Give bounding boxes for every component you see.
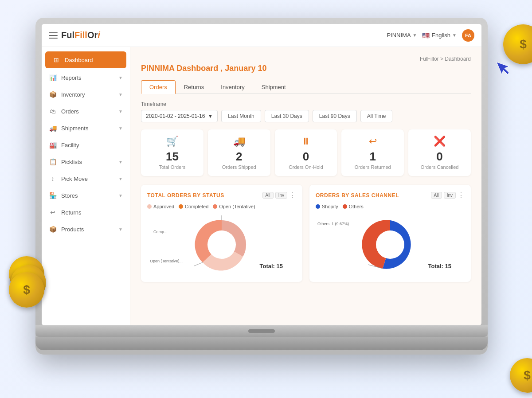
sidebar-item-products[interactable]: 📦 Products ▼ <box>42 221 130 238</box>
legend-approved: Approved <box>147 204 174 209</box>
legend-label-others: Others <box>349 204 364 209</box>
legend-label-approved: Approved <box>153 204 174 209</box>
content-area: FulFillor > Dashboard PINNIMA Dashboard … <box>130 47 481 325</box>
sidebar-item-facility[interactable]: 🏭 Facility <box>42 137 130 153</box>
all-filter-btn-sales[interactable]: All <box>431 192 442 199</box>
sidebar-item-shipments[interactable]: 🚚 Shipments ▼ <box>42 120 130 137</box>
stores-icon: 🏪 <box>49 191 57 199</box>
orders-shipped-icon: 🚚 <box>213 136 265 147</box>
legend-completed: Completed <box>179 204 208 209</box>
orders-onhold-label: Orders On-Hold <box>280 164 332 170</box>
all-time-button[interactable]: All Time <box>360 110 393 122</box>
total-orders-number: 15 <box>146 150 198 164</box>
avatar[interactable]: FA <box>462 29 474 42</box>
tab-returns[interactable]: Returns <box>176 80 213 94</box>
tab-bar: Orders Returns Inventory Shipment <box>141 80 471 94</box>
main-area: ⊞ Dashboard 📊 Reports ▼ 📦 Inventory ▼ 🛍 … <box>42 47 481 325</box>
stat-total-orders: 🛒 15 Total Orders <box>141 129 203 176</box>
chart-menu-sales-icon[interactable]: ⋮ <box>458 191 465 199</box>
annotation-open: Open (Tentative)... <box>150 259 183 263</box>
sidebar-item-pick-move[interactable]: ↕ Pick Move ▼ <box>42 170 130 187</box>
legend-dot-completed <box>179 204 183 209</box>
reports-icon: 📊 <box>49 74 57 82</box>
timeframe-label: Timeframe <box>141 101 471 107</box>
stat-orders-cancelled: ❌ 0 Orders Cancelled <box>408 129 471 176</box>
inv-filter-btn[interactable]: Inv <box>275 192 287 199</box>
sidebar: ⊞ Dashboard 📊 Reports ▼ 📦 Inventory ▼ 🛍 … <box>42 47 130 325</box>
breadcrumb-sep: > <box>440 56 445 62</box>
annotation-others: Others: 1 (9.67%) <box>317 222 349 226</box>
orders-cancelled-label: Orders Cancelled <box>414 164 466 170</box>
legend-label-open: Open (Tentative) <box>219 204 255 209</box>
sidebar-item-returns[interactable]: ↩ Returns <box>42 204 130 221</box>
products-icon: 📦 <box>49 225 57 233</box>
shipments-chevron-icon: ▼ <box>118 126 123 131</box>
legend-dot-others <box>343 204 347 209</box>
tab-inventory[interactable]: Inventory <box>212 80 253 94</box>
legend-label-completed: Completed <box>185 204 208 209</box>
inventory-chevron-icon: ▼ <box>118 92 123 97</box>
app-logo: FulFillOri <box>61 30 100 40</box>
legend-dot-open <box>213 204 217 209</box>
legend-open-tentative: Open (Tentative) <box>213 204 255 209</box>
breadcrumb: FulFillor > Dashboard <box>141 56 471 62</box>
stat-orders-onhold: ⏸ 0 Orders On-Hold <box>275 129 337 176</box>
donut-status-svg <box>186 214 257 276</box>
orders-returned-number: 1 <box>347 150 399 164</box>
tab-shipment[interactable]: Shipment <box>253 80 294 94</box>
sidebar-item-label: Dashboard <box>65 57 93 63</box>
last-month-button[interactable]: Last Month <box>221 110 261 122</box>
laptop-screen: FulFillOri PINNIMA ▼ 🇺🇸 English ▼ FA <box>42 24 481 325</box>
sidebar-item-label: Reports <box>61 74 82 81</box>
logo-fill: Fill <box>74 30 87 40</box>
facility-icon: 🏭 <box>49 141 57 149</box>
orders-returned-label: Orders Returned <box>347 164 399 170</box>
chart-menu-icon[interactable]: ⋮ <box>289 191 296 199</box>
shipments-icon: 🚚 <box>49 124 57 132</box>
inv-filter-btn-sales[interactable]: Inv <box>444 192 456 199</box>
language-dropdown[interactable]: 🇺🇸 English ▼ <box>422 32 457 39</box>
last-90-days-button[interactable]: Last 90 Days <box>313 110 357 122</box>
sidebar-item-stores[interactable]: 🏪 Stores ▼ <box>42 187 130 204</box>
legend-dot-shopify <box>316 204 320 209</box>
chart-legend-status: Approved Completed Open (Tentative) <box>147 204 296 209</box>
stat-orders-shipped: 🚚 2 Orders Shipped <box>208 129 270 176</box>
breadcrumb-current: Dashboard <box>445 56 471 62</box>
sidebar-item-label: Orders <box>61 108 79 115</box>
sidebar-item-label: Stores <box>61 192 78 199</box>
sidebar-item-dashboard[interactable]: ⊞ Dashboard <box>45 51 126 68</box>
menu-toggle-button[interactable] <box>49 32 58 39</box>
orders-shipped-number: 2 <box>213 150 265 164</box>
orders-cancelled-icon: ❌ <box>414 136 466 147</box>
pick-move-chevron-icon: ▼ <box>118 176 123 181</box>
sidebar-item-picklists[interactable]: 📋 Picklists ▼ <box>42 153 130 170</box>
legend-others: Others <box>343 204 364 209</box>
svg-point-3 <box>376 230 404 259</box>
svg-marker-5 <box>497 62 509 74</box>
orders-returned-icon: ↩ <box>347 136 399 147</box>
svg-line-1 <box>194 262 203 266</box>
timeframe-section: Timeframe 2020-01-02 - 2025-01-16 ▼ Last… <box>141 101 471 122</box>
sidebar-item-inventory[interactable]: 📦 Inventory ▼ <box>42 86 130 103</box>
sidebar-item-reports[interactable]: 📊 Reports ▼ <box>42 69 130 86</box>
stores-chevron-icon: ▼ <box>118 193 123 198</box>
chart-orders-by-sales: ORDERS BY SALES CHANNEL All Inv ⋮ Shopif… <box>309 185 471 282</box>
donut-sales-container: Total: 15 Others: 1 (9.67%) <box>316 214 465 276</box>
logo-i: i <box>98 30 100 40</box>
last-30-days-button[interactable]: Last 30 Days <box>265 110 309 122</box>
all-filter-btn[interactable]: All <box>262 192 274 199</box>
donut-sales-svg <box>355 214 426 276</box>
username-label: PINNIMA <box>387 32 411 39</box>
breadcrumb-home[interactable]: FulFillor <box>420 56 439 62</box>
user-dropdown[interactable]: PINNIMA ▼ <box>387 32 417 39</box>
timeframe-controls: 2020-01-02 - 2025-01-16 ▼ Last Month Las… <box>141 110 471 122</box>
stat-orders-returned: ↩ 1 Orders Returned <box>341 129 404 176</box>
date-range-select[interactable]: 2020-01-02 - 2025-01-16 ▼ <box>141 110 218 122</box>
tab-orders[interactable]: Orders <box>141 80 176 94</box>
logo-ful: Ful <box>61 30 74 40</box>
pick-move-icon: ↕ <box>49 175 57 183</box>
dashboard-icon: ⊞ <box>52 56 60 64</box>
donut-status-total: Total: 15 <box>260 263 283 269</box>
sidebar-item-orders[interactable]: 🛍 Orders ▼ <box>42 103 130 120</box>
top-bar: FulFillOri PINNIMA ▼ 🇺🇸 English ▼ FA <box>42 24 481 47</box>
